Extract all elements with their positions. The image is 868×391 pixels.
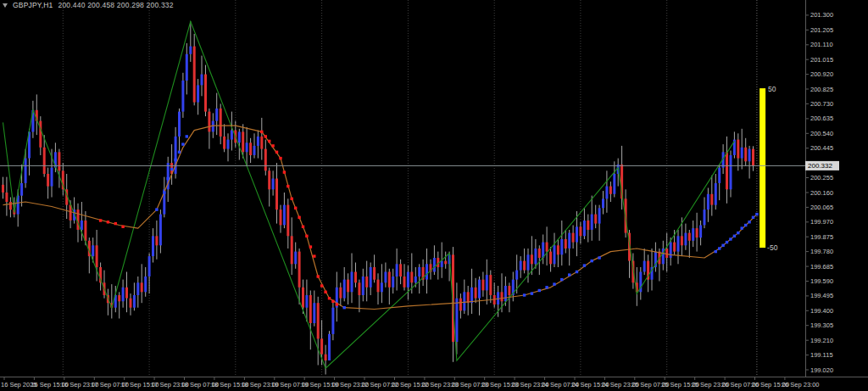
- candle-body: [455, 299, 458, 342]
- candle-body: [197, 85, 199, 102]
- candle-body: [362, 276, 364, 295]
- candle-body: [298, 252, 301, 288]
- price-axis-label: 200.825: [810, 86, 833, 93]
- signal-bottom-label: -50: [767, 243, 778, 252]
- down-trend-dot: [107, 221, 109, 223]
- candle-body: [208, 112, 210, 132]
- candle-body: [696, 228, 698, 237]
- down-trend-dot: [268, 140, 270, 142]
- candle-body: [560, 239, 563, 254]
- up-trend-dot: [167, 177, 170, 180]
- price-axis-label: 199.305: [810, 321, 833, 329]
- candle-body: [737, 140, 739, 159]
- candle-body: [354, 272, 357, 283]
- candle-body: [280, 209, 282, 225]
- candle-body: [152, 236, 154, 256]
- candle-body: [534, 249, 537, 264]
- up-trend-dot: [598, 256, 600, 259]
- candle-body: [501, 292, 504, 301]
- candle-body: [133, 295, 136, 308]
- up-trend-dot: [186, 135, 188, 137]
- candle-body: [260, 137, 263, 149]
- candle-body: [136, 282, 139, 295]
- candle-body: [201, 75, 203, 86]
- candle-body: [125, 288, 128, 299]
- candle-body: [583, 221, 586, 236]
- candle-body: [384, 272, 387, 283]
- candle-body: [481, 280, 484, 291]
- up-trend-dot: [174, 159, 176, 161]
- chart-symbol-timeframe: GBPJPY,H1: [13, 1, 53, 9]
- price-axis-label: 200.445: [810, 144, 833, 152]
- up-trend-dot: [545, 286, 548, 288]
- candle-body: [542, 243, 544, 258]
- time-axis[interactable]: 16 Sep 202516 Sep 15:0016 Sep 23:0017 Se…: [0, 377, 868, 389]
- candle-body: [246, 142, 248, 152]
- candle-body: [681, 236, 683, 245]
- price-axis-label: 199.115: [810, 351, 833, 359]
- down-trend-dot: [317, 275, 320, 277]
- candle-body: [43, 148, 46, 174]
- up-trend-dot: [531, 292, 533, 294]
- candle-body: [242, 131, 244, 152]
- candle-body: [565, 239, 567, 249]
- candle-body: [388, 272, 391, 288]
- symbol-dropdown-icon[interactable]: [3, 3, 8, 8]
- candle-body: [433, 258, 436, 272]
- candle-body: [343, 280, 346, 299]
- up-trend-dot: [178, 151, 181, 154]
- price-axis-label: 199.400: [810, 307, 833, 315]
- candle-body: [309, 295, 312, 323]
- candle-body: [238, 131, 241, 142]
- candle-body: [291, 236, 293, 264]
- candle-body: [275, 179, 278, 210]
- candle-body: [688, 233, 691, 241]
- price-chart[interactable]: GBPJPY,H1 200.440 200.458 200.298 200.33…: [0, 0, 868, 391]
- candle-body: [141, 282, 143, 292]
- down-trend-dot: [324, 291, 326, 293]
- candle-body: [204, 75, 207, 112]
- current-price-tag-text: 200.332: [808, 162, 832, 170]
- candle-body: [51, 168, 53, 187]
- up-trend-dot: [583, 264, 586, 266]
- price-axis-label: 199.780: [810, 248, 833, 255]
- candle-body: [677, 236, 680, 251]
- up-trend-dot: [163, 191, 165, 193]
- candle-body: [313, 303, 315, 323]
- candle-body: [253, 146, 256, 155]
- candle-body: [579, 226, 581, 236]
- chart-canvas[interactable]: 50-50201.300201.205201.110201.015200.920…: [0, 0, 868, 391]
- trend-dots: [99, 131, 759, 310]
- candle-body: [572, 233, 575, 243]
- candle-body: [317, 303, 320, 338]
- candle-body: [486, 275, 488, 290]
- candle-body: [643, 261, 646, 272]
- candle-body: [58, 152, 60, 170]
- candle-body: [515, 271, 518, 280]
- candle-body: [302, 288, 304, 308]
- candle-body: [441, 261, 443, 267]
- candle-body: [444, 261, 447, 265]
- down-trend-dot: [328, 297, 331, 299]
- candle-body: [538, 249, 541, 258]
- candle-body: [459, 299, 462, 311]
- candle-body: [20, 183, 23, 196]
- price-axis-label: 200.255: [810, 174, 833, 182]
- up-trend-dot: [523, 293, 526, 296]
- price-axis-label: 201.015: [810, 56, 833, 64]
- candle-body: [710, 194, 713, 205]
- down-trend-dot: [260, 131, 263, 133]
- candle-body: [489, 275, 492, 295]
- candle-body: [726, 152, 728, 189]
- down-trend-dot: [275, 151, 278, 154]
- price-axis[interactable]: 201.300201.205201.110201.015200.920200.8…: [805, 0, 839, 377]
- candle-body: [223, 137, 225, 149]
- up-trend-dot: [576, 271, 578, 273]
- candle-body: [118, 295, 120, 301]
- down-trend-dot: [298, 216, 300, 219]
- candle-body: [531, 254, 533, 264]
- up-trend-dot: [170, 168, 173, 170]
- candle-body: [39, 121, 42, 148]
- candle-body: [463, 292, 465, 310]
- candle-body: [523, 261, 526, 271]
